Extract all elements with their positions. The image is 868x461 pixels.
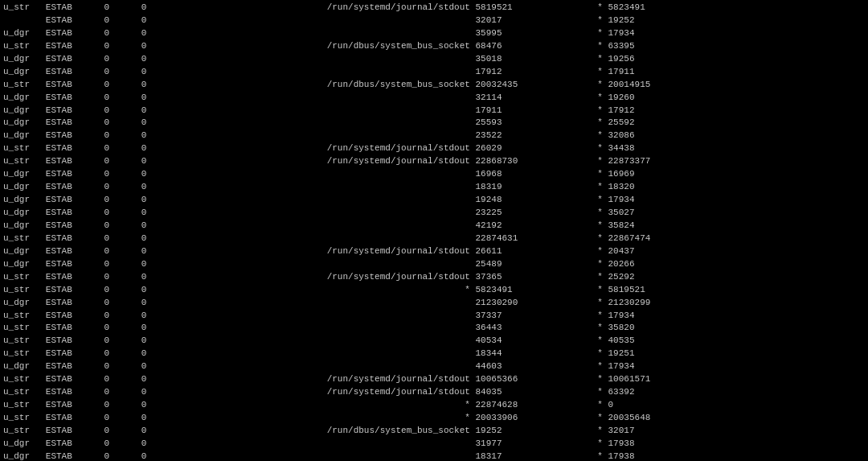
- terminal-line: u_dgr ESTAB 0 0 17912 * 17911: [3, 66, 865, 79]
- terminal-line: u_dgr ESTAB 0 0 25489 * 20266: [3, 258, 865, 271]
- terminal-line: u_dgr ESTAB 0 0 25593 * 25592: [3, 117, 865, 130]
- terminal-line: u_dgr ESTAB 0 0 18319 * 18320: [3, 181, 865, 194]
- terminal-line: u_dgr ESTAB 0 0 21230290 * 21230299: [3, 297, 865, 310]
- terminal-line: u_str ESTAB 0 0 /run/dbus/system_bus_soc…: [3, 79, 865, 92]
- terminal-line: ESTAB 0 0 32017 * 19252: [3, 14, 865, 27]
- terminal-line: u_str ESTAB 0 0 /run/systemd/journal/std…: [3, 373, 865, 386]
- terminal-line: u_dgr ESTAB 0 0 35995 * 17934: [3, 27, 865, 40]
- terminal-line: u_dgr ESTAB 0 0 18317 * 17938: [3, 451, 865, 461]
- terminal-line: u_str ESTAB 0 0 /run/systemd/journal/std…: [3, 142, 865, 155]
- terminal-line: u_str ESTAB 0 0 /run/dbus/system_bus_soc…: [3, 40, 865, 53]
- terminal-line: u_str ESTAB 0 0 37337 * 17934: [3, 310, 865, 323]
- terminal-line: u_dgr ESTAB 0 0 17911 * 17912: [3, 105, 865, 117]
- terminal-line: u_str ESTAB 0 0 36443 * 35820: [3, 322, 865, 335]
- terminal-line: u_dgr ESTAB 0 0 19248 * 17934: [3, 194, 865, 207]
- terminal-line: u_str ESTAB 0 0 * 22874628 * 0: [3, 399, 865, 412]
- terminal-line: u_str ESTAB 0 0 22874631 * 22867474: [3, 233, 865, 245]
- terminal-line: u_dgr ESTAB 0 0 31977 * 17938: [3, 438, 865, 451]
- terminal-line: u_str ESTAB 0 0 * 5823491 * 5819521: [3, 284, 865, 297]
- terminal-line: u_str ESTAB 0 0 /run/systemd/journal/std…: [3, 386, 865, 399]
- terminal-line: u_str ESTAB 0 0 /run/systemd/journal/std…: [3, 271, 865, 284]
- terminal-line: u_dgr ESTAB 0 0 23225 * 35027: [3, 207, 865, 220]
- terminal-line: u_dgr ESTAB 0 0 35018 * 19256: [3, 53, 865, 66]
- terminal-output: u_str ESTAB 0 0 /run/systemd/journal/std…: [3, 2, 865, 461]
- terminal-line: u_dgr ESTAB 0 0 16968 * 16969: [3, 168, 865, 181]
- terminal-line: u_str ESTAB 0 0 18344 * 19251: [3, 348, 865, 360]
- terminal-line: u_dgr ESTAB 0 0 /run/systemd/journal/std…: [3, 245, 865, 258]
- terminal-line: u_str ESTAB 0 0 /run/dbus/system_bus_soc…: [3, 425, 865, 438]
- terminal-line: u_dgr ESTAB 0 0 44603 * 17934: [3, 360, 865, 373]
- terminal-line: u_str ESTAB 0 0 /run/systemd/journal/std…: [3, 2, 865, 14]
- terminal-line: u_str ESTAB 0 0 40534 * 40535: [3, 335, 865, 348]
- terminal-line: u_dgr ESTAB 0 0 23522 * 32086: [3, 130, 865, 142]
- terminal-line: u_str ESTAB 0 0 /run/systemd/journal/std…: [3, 155, 865, 168]
- terminal: u_str ESTAB 0 0 /run/systemd/journal/std…: [0, 0, 868, 461]
- terminal-line: u_str ESTAB 0 0 * 20033906 * 20035648: [3, 412, 865, 425]
- terminal-line: u_dgr ESTAB 0 0 32114 * 19260: [3, 92, 865, 105]
- terminal-line: u_dgr ESTAB 0 0 42192 * 35824: [3, 220, 865, 233]
